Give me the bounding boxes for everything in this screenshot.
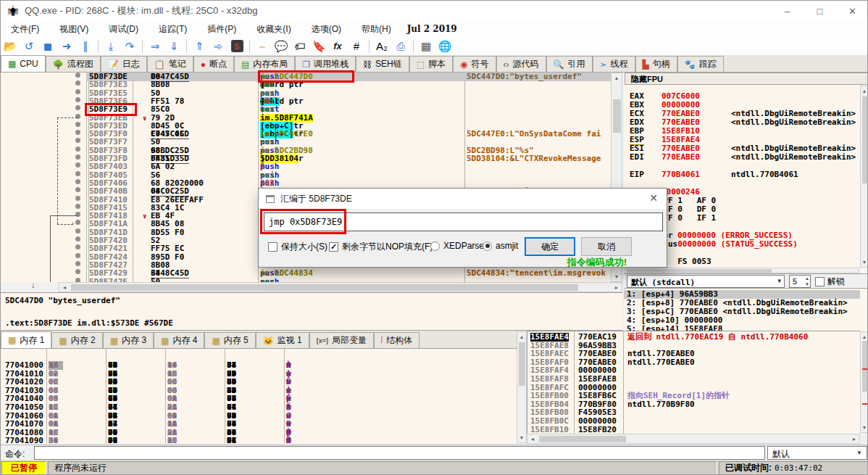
breakpoint-dot[interactable] xyxy=(75,89,80,94)
stepper-arrows-icon[interactable]: ▲▼ xyxy=(805,276,809,287)
toolbar-button[interactable]: 🔖 xyxy=(310,38,327,54)
tab-监视 1[interactable]: 🐱监视 1 xyxy=(256,332,309,348)
toolbar-button[interactable]: ➜ xyxy=(58,38,75,54)
assemble-instruction-input[interactable] xyxy=(264,212,663,231)
stack-pane[interactable]: 15E8FAE4770EAC19返回到 ntdll.770EAC19 自 ntd… xyxy=(527,331,860,434)
cancel-button[interactable]: 取消 xyxy=(581,237,632,256)
breakpoint-dot[interactable] xyxy=(75,220,80,225)
stack-row[interactable]: 15E8FAF0770EABE0ntdll.770EABE0 xyxy=(527,358,860,367)
scroll-thumb[interactable] xyxy=(862,96,867,183)
scroll-thumb[interactable] xyxy=(627,269,772,273)
breakpoint-dot[interactable] xyxy=(75,244,80,249)
fill-nop-checkbox[interactable]: ✓ xyxy=(329,242,338,252)
register-value[interactable]: 770B4061 xyxy=(662,170,700,179)
menu-item[interactable]: 选项(O) xyxy=(301,22,351,37)
tab-脚本[interactable]: ⬚脚本 xyxy=(409,56,453,72)
breakpoint-dot[interactable] xyxy=(75,162,80,168)
scroll-left-icon[interactable]: ◄ xyxy=(59,283,70,292)
dump-row[interactable]: 7704103006 00 08 00C0 8D 04 7706 00 08 0… xyxy=(1,387,517,395)
scroll-down-icon[interactable]: ▼ xyxy=(861,423,868,432)
tab-内存 3[interactable]: ▦内存 3 xyxy=(103,332,154,348)
tab-内存 4[interactable]: ▦内存 4 xyxy=(154,332,204,348)
tab-CPU[interactable]: ▦CPU xyxy=(1,55,46,72)
toolbar-button[interactable]: ▦ xyxy=(417,38,435,54)
stack-row[interactable]: 15E8FB1015E8FB20 xyxy=(527,426,860,434)
toolbar-button[interactable]: ⇒ xyxy=(146,38,164,54)
stack-row[interactable]: 15E8FAE4770EAC19返回到 ntdll.770EAC19 自 ntd… xyxy=(527,333,860,342)
breakpoint-dot[interactable] xyxy=(75,196,80,201)
dump-row[interactable]: 7704100016 00 18 00C0 8B 04 7714 00 16 0… xyxy=(1,361,517,370)
breakpoint-dot[interactable] xyxy=(75,146,80,152)
dump-row[interactable]: 770410501C 00 1E 006C 84 04 772A 00 2C 0… xyxy=(1,403,517,412)
scroll-down-icon[interactable]: ▼ xyxy=(517,433,526,442)
stack-row[interactable]: 15E8FAF400000000 xyxy=(527,366,860,375)
scroll-right-icon[interactable]: ► xyxy=(849,434,859,444)
tab-结构体[interactable]: ᶴ结构体 xyxy=(374,332,420,348)
stack-row[interactable]: 15E8FB04770B9F80ntdll.770B9F80 xyxy=(527,400,860,409)
registers-hscrollbar[interactable] xyxy=(625,268,859,273)
stack-row[interactable]: 15E8FAF815E8FAE8 xyxy=(527,375,860,384)
ok-button[interactable]: 确定 xyxy=(525,237,575,256)
toolbar-button[interactable]: ↺ xyxy=(20,38,38,54)
asmjit-control[interactable]: asmjit xyxy=(483,241,518,251)
tab-符号[interactable]: ◉符号 xyxy=(453,56,496,72)
stack-row[interactable]: 15E8FB0C00000000 xyxy=(527,417,860,426)
tab-笔记[interactable]: 📋笔记 xyxy=(147,56,193,72)
register-value[interactable]: 00000000 (STATUS_SUCCESS) xyxy=(677,239,798,249)
calling-convention-select[interactable]: 默认 (stdcall)▼ xyxy=(627,275,785,288)
menu-item[interactable]: 文件(F) xyxy=(1,22,49,37)
scroll-thumb[interactable] xyxy=(71,284,578,291)
tab-源代码[interactable]: ‹›源代码 xyxy=(496,56,546,72)
breakpoint-dot[interactable] xyxy=(75,204,80,209)
scroll-down-icon[interactable]: ▼ xyxy=(612,272,622,281)
breakpoint-dot[interactable] xyxy=(75,130,80,135)
breakpoint-dot[interactable] xyxy=(75,253,80,258)
scroll-thumb[interactable] xyxy=(862,341,867,392)
scroll-up-icon[interactable]: ▲ xyxy=(861,86,868,96)
disassembly-hscrollbar[interactable]: ◄ ► xyxy=(59,282,622,292)
scroll-up-icon[interactable]: ▲ xyxy=(517,332,526,342)
unlock-control[interactable]: 解锁 xyxy=(815,276,845,288)
tab-引用[interactable]: 🔍引用 xyxy=(546,56,593,72)
scroll-thumb[interactable] xyxy=(519,342,525,386)
keep-size-checkbox[interactable] xyxy=(268,242,277,252)
dump-row[interactable]: 7704101000 00 02 0080 5B 04 770E 00 10 0… xyxy=(1,370,517,379)
dump-row[interactable]: 7704107008 00 0A 00A4 D7 04 7718 00 1A 0… xyxy=(1,420,517,429)
breakpoint-dot[interactable] xyxy=(75,261,80,266)
toolbar-button[interactable]: ⇑ xyxy=(191,38,208,54)
tab-内存 1[interactable]: ▦内存 1 xyxy=(1,331,51,348)
register-row[interactable]: EIP770B4061ntdll.770B4061 xyxy=(630,170,700,179)
breakpoint-dot[interactable] xyxy=(75,80,80,86)
scroll-left-icon[interactable]: ◄ xyxy=(527,434,538,444)
tab-内存 5[interactable]: ▦内存 5 xyxy=(204,332,255,348)
toolbar-button[interactable]: ⤓ xyxy=(102,38,120,54)
toolbar-button[interactable]: ➾ xyxy=(209,38,227,54)
toolbar-button[interactable]: 💬 xyxy=(272,38,290,54)
menu-item[interactable]: 视图(V) xyxy=(49,22,99,37)
breakpoint-dot[interactable] xyxy=(75,228,80,234)
tab-日志[interactable]: 📝日志 xyxy=(101,56,147,72)
toolbar-button[interactable]: ⎙ xyxy=(392,38,409,54)
register-row[interactable]: EDI770EABE0<ntdll.DbgUiRemoteBreakin> xyxy=(630,153,700,162)
tab-断点[interactable]: ●断点 xyxy=(193,56,234,72)
tab-局部变量[interactable]: [x=]局部变量 xyxy=(309,332,374,348)
tab-线程[interactable]: ➢线程 xyxy=(593,56,635,72)
tab-内存 2[interactable]: ▦内存 2 xyxy=(51,332,102,348)
hide-fpu-header[interactable]: 隐藏FPU xyxy=(625,73,868,85)
menu-item[interactable]: 调试(D) xyxy=(99,22,149,37)
stack-vscrollbar[interactable]: ▲ ▼ xyxy=(860,331,868,433)
toolbar-button[interactable]: A₂ xyxy=(373,38,391,54)
toolbar-button[interactable]: 🌐 xyxy=(436,38,454,54)
fill-nop-control[interactable]: ✓ 剩余字节以NOP填充(F) xyxy=(329,241,433,253)
command-input[interactable] xyxy=(34,446,765,460)
dump-vscrollbar[interactable]: ▲ ▼ xyxy=(517,331,527,443)
dump-row[interactable]: 7704109034 00 36 000C D9 04 771E 00 20 0… xyxy=(1,437,517,443)
breakpoint-dot[interactable] xyxy=(75,171,80,176)
dump-row[interactable]: 7704106008 00 0A 00D8 8B 04 7702 00 04 0… xyxy=(1,412,517,421)
breakpoint-dot[interactable] xyxy=(75,97,80,102)
close-button[interactable]: ✕ xyxy=(836,1,868,21)
toolbar-button[interactable]: ⇓ xyxy=(165,38,183,54)
maximize-button[interactable]: □ xyxy=(804,1,836,21)
breakpoint-dot[interactable] xyxy=(75,138,80,143)
toolbar-button[interactable]: 📂 xyxy=(1,38,19,54)
